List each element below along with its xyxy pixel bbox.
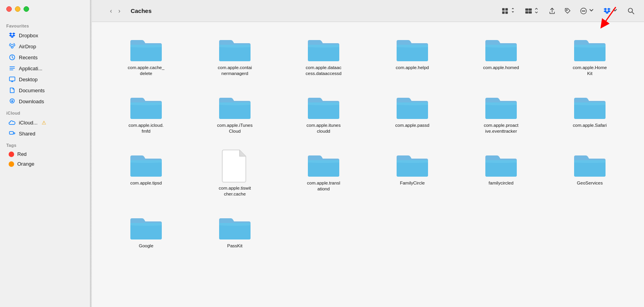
more-chevron (588, 7, 595, 15)
file-icon-container (306, 33, 341, 62)
file-icon-container (306, 91, 341, 120)
file-icon-container (217, 33, 252, 62)
file-item[interactable]: com.apple.dataaccess.dataaccessd (281, 30, 366, 80)
file-label: com.apple.dataaccess.dataaccessd (306, 65, 341, 77)
share-button[interactable] (546, 5, 558, 16)
red-tag-dot (9, 152, 14, 157)
file-item[interactable]: com.apple.tipsd (104, 145, 188, 200)
file-item[interactable]: com.apple.cache_delete (104, 30, 188, 80)
file-item[interactable]: com.apple.iTunesCloud (192, 88, 277, 137)
folder-icon (217, 33, 252, 62)
file-label: GeoServices (577, 180, 603, 186)
close-button[interactable] (6, 6, 12, 12)
file-label: com.apple.proactive.eventtracker (484, 122, 518, 134)
file-label: com.apple.itunescloudd (307, 122, 341, 134)
downloads-icon (9, 98, 16, 105)
more-options-button[interactable] (577, 5, 598, 16)
toolbar: ‹ › Caches (92, 0, 644, 22)
folder-icon (483, 148, 519, 178)
folder-icon (306, 148, 341, 178)
folder-icon (306, 33, 341, 62)
file-label: familycircled (488, 180, 513, 186)
file-icon-container (395, 148, 430, 178)
file-item[interactable]: com.apple.tiswitcher.cache (192, 145, 277, 200)
toolbar-actions (499, 5, 638, 16)
file-icon-container (572, 148, 607, 178)
folder-icon (395, 148, 430, 178)
applications-icon (9, 65, 16, 72)
sidebar-item-downloads[interactable]: Downloads (2, 96, 88, 107)
folder-icon (217, 91, 252, 120)
list-view-button[interactable] (522, 5, 543, 16)
file-item[interactable]: com.apple.passd (370, 88, 455, 137)
file-icon-container (483, 91, 519, 120)
file-item[interactable]: Google (104, 208, 188, 252)
sidebar-item-dropbox-label: Dropbox (19, 33, 38, 38)
icloud-warning-icon: ⚠ (42, 120, 46, 126)
folder-icon (128, 148, 164, 178)
file-label: com.apple.containermanagerd (218, 65, 252, 77)
file-icon-container (395, 33, 430, 62)
file-icon-container (483, 148, 519, 178)
file-item[interactable]: com.apple.HomeKit (547, 30, 632, 80)
file-label: com.apple.tipsd (130, 180, 162, 186)
folder-icon (395, 91, 430, 120)
sidebar-item-orange-tag[interactable]: Orange (2, 159, 88, 169)
folder-icon (572, 33, 607, 62)
svg-line-24 (632, 12, 634, 14)
file-item[interactable]: com.apple.translationd (281, 145, 366, 200)
file-label: com.apple.tiswitcher.cache (219, 185, 251, 197)
grid-icon (501, 7, 509, 15)
sidebar-item-applications[interactable]: Applicati... (2, 63, 88, 74)
file-item[interactable]: com.apple.icloud.fmfd (104, 88, 188, 137)
file-item[interactable]: familycircled (459, 145, 543, 200)
favourites-label: Favourites (0, 20, 90, 30)
file-label: FamilyCircle (400, 180, 424, 186)
tag-button[interactable] (562, 5, 574, 16)
svg-rect-9 (9, 132, 13, 134)
sidebar-item-dropbox[interactable]: Dropbox (2, 30, 88, 41)
forward-button[interactable]: › (116, 6, 123, 16)
folder-icon (572, 91, 607, 120)
search-button[interactable] (624, 5, 638, 16)
file-icon-container (572, 33, 607, 62)
dropbox-toolbar-button[interactable] (601, 5, 621, 16)
file-label: com.apple.helpd (396, 65, 429, 71)
svg-rect-12 (502, 11, 505, 13)
sidebar-item-recents[interactable]: Recents (2, 52, 88, 63)
file-icon-container (483, 33, 519, 62)
folder-icon (128, 91, 164, 120)
file-item[interactable]: com.apple.itunescloudd (281, 88, 366, 137)
file-label: com.apple.iTunesCloud (217, 122, 252, 134)
folder-icon (128, 33, 164, 62)
maximize-button[interactable] (24, 6, 29, 12)
sidebar-item-red-tag[interactable]: Red (2, 149, 88, 159)
sidebar-item-recents-label: Recents (19, 55, 38, 60)
folder-icon (572, 148, 607, 178)
tags-label: Tags (0, 139, 90, 149)
sidebar-item-icloud[interactable]: iCloud... ⚠ (2, 117, 88, 128)
sidebar-item-desktop[interactable]: Desktop (2, 74, 88, 85)
icloud-label: iCloud (0, 107, 90, 117)
sidebar-item-documents[interactable]: Documents (2, 85, 88, 96)
file-item[interactable]: com.apple.Safari (547, 88, 632, 137)
sidebar-item-shared[interactable]: Shared (2, 128, 88, 139)
file-item[interactable]: com.apple.homed (459, 30, 543, 80)
svg-point-18 (566, 9, 567, 10)
file-item[interactable]: com.apple.containermanagerd (192, 30, 277, 80)
minimize-button[interactable] (15, 6, 20, 12)
file-icon-container (572, 91, 607, 120)
file-item[interactable]: PassKit (192, 208, 277, 252)
dropbox-icon (9, 32, 16, 39)
svg-rect-14 (525, 8, 528, 11)
file-icon-container (217, 211, 252, 241)
sidebar-item-airdrop[interactable]: AirDrop (2, 41, 88, 52)
file-item[interactable]: com.apple.proactive.eventtracker (459, 88, 543, 137)
back-button[interactable]: ‹ (108, 6, 114, 16)
icon-view-button[interactable] (499, 5, 519, 16)
file-item[interactable]: FamilyCircle (370, 145, 455, 200)
file-icon-container (217, 91, 252, 120)
file-item[interactable]: GeoServices (547, 145, 632, 200)
file-item[interactable]: com.apple.helpd (370, 30, 455, 80)
document-icon (221, 148, 249, 183)
